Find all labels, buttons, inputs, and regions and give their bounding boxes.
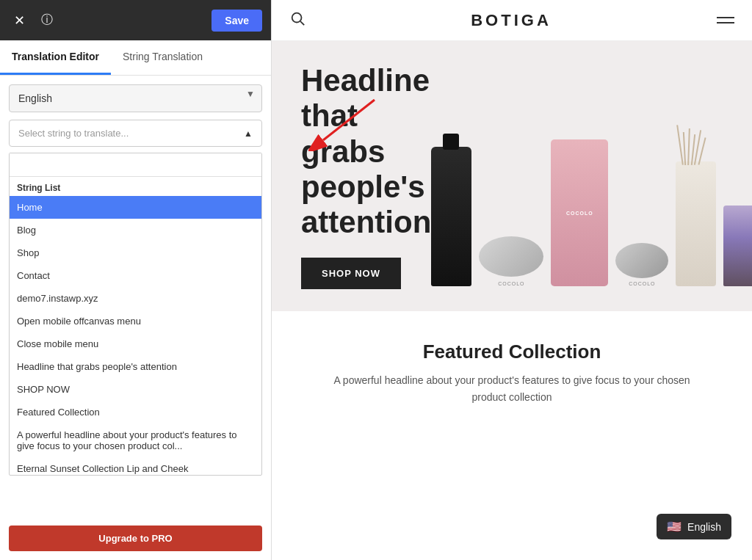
string-search-input[interactable]: [10, 153, 261, 177]
svg-point-0: [292, 13, 302, 23]
string-list-label: String List: [10, 177, 261, 196]
shop-now-button[interactable]: SHOP NOW: [301, 258, 401, 289]
left-panel: ✕ ⓘ Save Translation Editor String Trans…: [0, 0, 272, 560]
featured-desc: A powerful headline about your product's…: [328, 372, 695, 405]
string-list: HomeBlogShopContactdemo7.instawp.xyzOpen…: [10, 196, 261, 475]
string-list-item[interactable]: Eternal Sunset Collection Lip and Cheek: [10, 457, 261, 475]
string-list-item[interactable]: Shop: [10, 241, 261, 264]
product-label-cocolo2: COCOLO: [566, 211, 593, 216]
language-badge[interactable]: 🇺🇸 English: [657, 514, 731, 539]
svg-line-3: [323, 100, 375, 140]
site-logo: BOTIGA: [471, 11, 552, 30]
hero-headline: Headline that grabs people's attention: [301, 63, 431, 240]
right-panel: BOTIGA Headline that grabs people's atte…: [272, 0, 752, 560]
menu-line-2: [717, 22, 734, 23]
string-list-item[interactable]: Blog: [10, 219, 261, 241]
tab-translation-editor[interactable]: Translation Editor: [0, 40, 111, 75]
save-button[interactable]: Save: [212, 10, 262, 32]
string-list-item[interactable]: Close mobile menu: [10, 332, 261, 355]
product-bottle: [431, 147, 471, 286]
string-list-item[interactable]: demo7.instawp.xyz: [10, 287, 261, 310]
language-select-wrapper: English Spanish French German ▼: [0, 76, 271, 112]
menu-line-1: [717, 17, 734, 18]
dropdown-inner: String List HomeBlogShopContactdemo7.ins…: [10, 153, 261, 475]
string-select-field[interactable]: Select string to translate... ▲: [9, 120, 262, 147]
string-list-item[interactable]: Contact: [10, 264, 261, 287]
upgrade-section: Upgrade to PRO: [0, 518, 271, 560]
tab-string-translation[interactable]: String Translation: [111, 40, 214, 75]
string-select-placeholder: Select string to translate...: [18, 128, 129, 139]
string-dropdown: String List HomeBlogShopContactdemo7.ins…: [9, 153, 262, 476]
upgrade-button[interactable]: Upgrade to PRO: [9, 526, 262, 551]
product-tin-silver-small: [479, 236, 543, 277]
product-label-cocolo1: COCOLO: [498, 281, 524, 286]
language-select[interactable]: English Spanish French German: [9, 84, 262, 112]
flag-icon: 🇺🇸: [667, 520, 682, 534]
close-button[interactable]: ✕: [9, 10, 29, 31]
top-bar: ✕ ⓘ Save: [0, 0, 271, 40]
tabs-bar: Translation Editor String Translation: [0, 40, 271, 76]
string-select-arrow: ▲: [244, 128, 253, 139]
string-select-wrapper: Select string to translate... ▲: [0, 112, 271, 147]
product-diffuser: [676, 161, 716, 286]
menu-icon-button[interactable]: [717, 17, 734, 23]
svg-line-1: [300, 21, 304, 25]
product-group: COCOLO COCOLO COCOLO: [431, 81, 752, 286]
site-header: BOTIGA: [272, 0, 752, 41]
product-tin-silver-2: [615, 243, 668, 278]
panel-body: English Spanish French German ▼ Select s…: [0, 76, 271, 560]
string-list-item[interactable]: Home: [10, 196, 261, 219]
hero-section: Headline that grabs people's attention S…: [272, 41, 752, 311]
product-label-cocolo3: COCOLO: [629, 281, 655, 286]
search-icon: [289, 10, 306, 26]
string-list-item[interactable]: Open mobile offcanvas menu: [10, 310, 261, 332]
string-list-item[interactable]: Featured Collection: [10, 401, 261, 423]
search-icon-button[interactable]: [289, 10, 306, 30]
hero-image-area: COCOLO COCOLO COCOLO: [431, 66, 752, 286]
product-tin-pink: COCOLO: [551, 139, 608, 286]
info-button[interactable]: ⓘ: [37, 10, 57, 31]
string-list-item[interactable]: A powerful headline about your product's…: [10, 423, 261, 457]
product-lavender: [723, 206, 752, 286]
string-list-item[interactable]: SHOP NOW: [10, 378, 261, 401]
featured-section: Featured Collection A powerful headline …: [272, 311, 752, 420]
language-badge-label: English: [687, 521, 721, 533]
featured-title: Featured Collection: [289, 341, 734, 363]
annotation-arrow: [308, 92, 382, 151]
string-list-item[interactable]: Headline that grabs people's attention: [10, 355, 261, 378]
